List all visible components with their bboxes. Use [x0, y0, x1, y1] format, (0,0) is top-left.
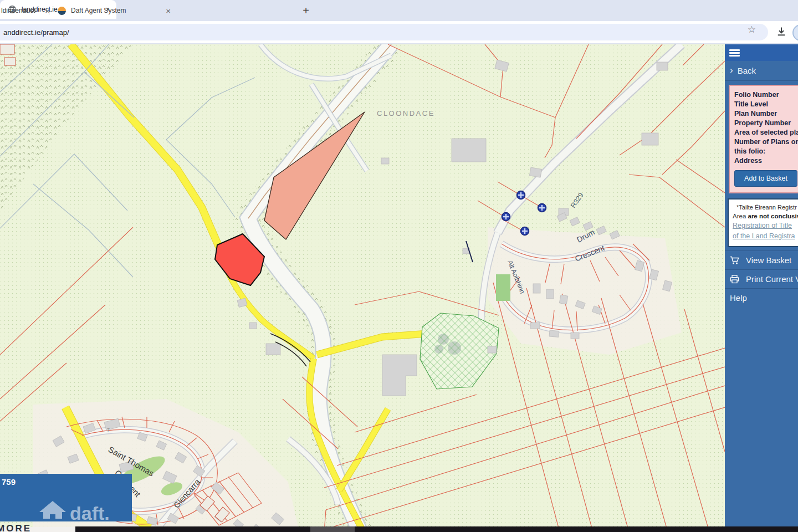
disclaimer-line-1: *Tailte Éireann Registr	[733, 203, 798, 212]
url-text: anddirect.ie/pramap/	[3, 28, 69, 37]
map-tools-sidebar: › Back Folio Number Title Level Plan Num…	[725, 44, 798, 527]
print-current-view-button[interactable]: Print Current View	[725, 270, 798, 289]
tab-2-close-icon[interactable]: ×	[166, 7, 171, 15]
address-bar[interactable]: anddirect.ie/pramap/ ☆	[0, 24, 768, 40]
bookmark-star-icon[interactable]: ☆	[748, 24, 756, 35]
disclaimer-line-2: Area are not conclusiv	[733, 212, 798, 221]
townland-label-partial: MORE	[0, 523, 32, 532]
chevron-right-icon: ›	[730, 65, 733, 76]
print-current-view-label: Print Current View	[746, 274, 798, 284]
field-property-number: Property Number	[734, 119, 798, 128]
field-number-of-plans: Number of Plans on	[734, 137, 798, 147]
folio-overlay-box	[0, 474, 132, 521]
field-title-level: Title Level	[734, 100, 798, 109]
green-strip	[496, 274, 510, 301]
bottom-bar	[75, 526, 798, 532]
field-area-selected: Area of selected plans	[734, 128, 798, 137]
land-registry-map[interactable]: CLOONDACE R329 Drum Crescent Alt Aoibhin…	[0, 44, 725, 532]
field-plan-number: Plan Number	[734, 109, 798, 119]
tab-1[interactable]: ldineenauct ×	[0, 0, 50, 21]
daft-watermark: daft.	[70, 503, 110, 524]
download-icon[interactable]	[776, 26, 787, 39]
estate-right-ground	[488, 227, 682, 355]
help-button[interactable]: Help	[725, 289, 798, 307]
tab-strip: ldineenauct × Daft Agent System × landdi…	[0, 0, 798, 21]
daft-favicon	[58, 7, 66, 15]
disclaimer-box: *Tailte Éireann Registr Area are not con…	[728, 198, 798, 247]
new-tab-button[interactable]: +	[299, 4, 313, 17]
view-basket-label: View Basket	[746, 255, 791, 265]
back-label: Back	[738, 66, 756, 75]
profile-avatar[interactable]	[792, 24, 798, 41]
folio-overlay-number: 759	[2, 477, 16, 487]
browser-window: ldineenauct × Daft Agent System × landdi…	[0, 0, 798, 532]
townland-label: CLOONDACE	[377, 109, 435, 117]
field-address: Address	[734, 156, 798, 166]
help-label: Help	[730, 293, 747, 303]
tab-2[interactable]: Daft Agent System ×	[53, 0, 171, 21]
cart-icon	[730, 256, 741, 265]
back-button[interactable]: › Back	[725, 61, 798, 81]
tab-separator	[49, 6, 49, 15]
tab-2-label: Daft Agent System	[71, 7, 160, 14]
add-to-basket-button[interactable]: Add to Basket	[734, 170, 797, 187]
field-number-of-plans-2: this folio:	[734, 147, 798, 156]
hamburger-menu-icon[interactable]	[729, 48, 740, 58]
field-folio-number: Folio Number	[734, 90, 798, 100]
bottom-bar-segment	[310, 526, 355, 532]
tab-1-label: ldineenauct	[1, 7, 39, 14]
printer-icon	[730, 275, 741, 284]
registration-of-title-link[interactable]: Registration of Title	[733, 221, 798, 231]
view-basket-button[interactable]: View Basket	[725, 250, 798, 270]
map-viewport[interactable]: CLOONDACE R329 Drum Crescent Alt Aoibhin…	[0, 44, 725, 532]
browser-toolbar: anddirect.ie/pramap/ ☆	[0, 21, 798, 44]
house-number-label: 7	[107, 427, 110, 433]
land-registration-link[interactable]: of the Land Registra	[733, 231, 798, 242]
plan-details-panel: Folio Number Title Level Plan Number Pro…	[729, 85, 798, 193]
sidebar-header	[725, 44, 798, 61]
